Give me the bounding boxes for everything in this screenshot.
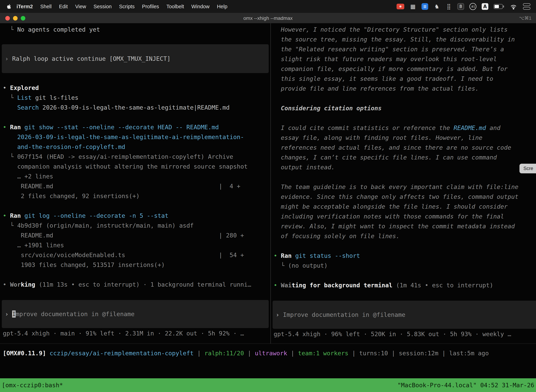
menu-shell[interactable]: Shell bbox=[40, 4, 52, 9]
terminal-line: might be acceptable alongside the file l… bbox=[271, 202, 536, 211]
menu-items: iTerm2ShellEditViewSessionScriptsProfile… bbox=[17, 4, 227, 9]
spacer-line bbox=[0, 112, 270, 122]
prompt-text: Improve documentation in @filename bbox=[283, 311, 405, 318]
terminal-line: I could cite commit statistics or refere… bbox=[271, 123, 536, 133]
prompt-input-right[interactable]: › Improve documentation in @filename bbox=[273, 301, 536, 329]
menu-scripts[interactable]: Scripts bbox=[119, 4, 135, 9]
apple-logo-icon bbox=[6, 3, 12, 10]
spacer-line bbox=[0, 34, 270, 44]
screen-recording-indicator-icon[interactable] bbox=[397, 2, 404, 10]
menu-iterm2[interactable]: iTerm2 bbox=[17, 4, 33, 9]
terminal-panes: └ No agents completed yet › Ralph loop a… bbox=[0, 23, 536, 344]
spacer-line bbox=[271, 172, 536, 182]
menu-session[interactable]: Session bbox=[94, 4, 112, 9]
terminal-line: However, I noticed the "Directory Struct… bbox=[271, 25, 536, 34]
apple-menu-icon[interactable] bbox=[6, 3, 13, 10]
terminal-line: README.md | 4 + bbox=[0, 181, 270, 191]
terminal-line: … +2 lines bbox=[0, 171, 270, 181]
terminal-line: of focusing solely on file lines. bbox=[271, 231, 536, 241]
terminal-line: essay file, along with finding root file… bbox=[271, 133, 536, 143]
spacer-line bbox=[0, 73, 270, 83]
screen-notification[interactable]: Scre bbox=[519, 164, 536, 173]
terminal-line: evidence. Since this change only affects… bbox=[271, 192, 536, 202]
session-status-left: gpt-5.4 xhigh · main · 91% left · 2.31M … bbox=[0, 328, 270, 338]
menu-status-icons: ▦ ≣ ♞ ⣿ 8 .61 A bbox=[397, 2, 530, 10]
gauge-icon[interactable]: .61 bbox=[469, 2, 476, 10]
terminal-line: references need actual files, and since … bbox=[271, 143, 536, 152]
prompt-text: mprove documentation in @filename bbox=[16, 311, 134, 317]
terminal-line: companion file, especially if more comme… bbox=[271, 64, 536, 74]
menu-view[interactable]: View bbox=[75, 4, 86, 9]
app-grid-icon[interactable]: ⣿ bbox=[445, 2, 452, 10]
input-source-letter: A bbox=[482, 3, 488, 10]
keyboard-layer-icon[interactable]: 8 bbox=[457, 2, 464, 10]
terminal-line: └ 067f154 (HEAD -> essay/ai-reimplementa… bbox=[0, 152, 270, 162]
gauge-value: .61 bbox=[469, 3, 476, 10]
terminal-line: README.md | 280 + bbox=[0, 230, 270, 240]
window-manager-icon[interactable]: ▦ bbox=[410, 2, 416, 10]
ran-git-status: • Ran git status --short bbox=[271, 251, 536, 261]
window-title-bar[interactable]: omx --xhigh --madmax ⌥⌘1 bbox=[0, 13, 536, 23]
spacer-line bbox=[271, 113, 536, 123]
zoom-button[interactable] bbox=[21, 16, 25, 21]
terminal-line: the source tree, missing the essay. Stil… bbox=[271, 34, 536, 44]
menu-window[interactable]: Window bbox=[191, 4, 210, 9]
battery-icon[interactable] bbox=[494, 2, 504, 10]
terminal-line: companion analysis without altering the … bbox=[0, 162, 270, 171]
left-pane-output: └ No agents completed yet › Ralph loop a… bbox=[0, 25, 270, 289]
terminal-line: └ No agents completed yet bbox=[0, 25, 270, 34]
wifi-icon[interactable] bbox=[509, 2, 518, 10]
close-button[interactable] bbox=[5, 16, 10, 21]
prompt-input-left[interactable]: › Improve documentation in @filename bbox=[2, 300, 269, 328]
menu-toolbelt[interactable]: Toolbelt bbox=[166, 4, 184, 9]
spacer-line bbox=[0, 201, 270, 211]
terminal-line: … +1901 lines bbox=[0, 240, 270, 250]
reasoning-heading: Considering citation options bbox=[271, 103, 536, 113]
menu-edit[interactable]: Edit bbox=[59, 4, 68, 9]
text-cursor: I bbox=[12, 311, 16, 317]
window-controls bbox=[5, 16, 25, 21]
terminal-line: └ 4b9d30f (origin/main, instructkr/main,… bbox=[0, 221, 270, 230]
ran-git-log: • Ran git log --oneline --decorate -n 5 … bbox=[0, 211, 270, 221]
waiting-status: • Waiting for background terminal (1m 41… bbox=[271, 280, 536, 290]
spacer-line bbox=[271, 93, 536, 103]
blue-app-badge: ≣ bbox=[421, 3, 428, 10]
window-title: omx --xhigh --madmax bbox=[243, 15, 293, 21]
terminal-line: the "Related research writing" section i… bbox=[271, 44, 536, 54]
terminal-line: review. Also, I might want to inspect th… bbox=[271, 221, 536, 231]
right-terminal-pane[interactable]: However, I noticed the "Directory Struct… bbox=[271, 23, 536, 344]
terminal-line: 2 files changed, 92 insertions(+) bbox=[0, 191, 270, 201]
input-source-icon[interactable]: A bbox=[482, 2, 488, 10]
terminal-line: └ List git ls-files bbox=[0, 93, 270, 103]
control-center-icon[interactable] bbox=[523, 2, 530, 10]
ralph-loop-banner-box: › Ralph loop active continue [OMX_TMUX_I… bbox=[2, 44, 269, 73]
session-status-right: gpt-5.4 xhigh · 96% left · 520K in · 5.8… bbox=[271, 329, 536, 339]
terminal-line: └ (no output) bbox=[271, 261, 536, 271]
terminal-line: 2026-03-09-is-legal-the-same-as-legitima… bbox=[0, 132, 270, 142]
terminal-line: changes, I can’t cite specific file line… bbox=[271, 152, 536, 162]
spacer-line bbox=[271, 271, 536, 280]
menu-help[interactable]: Help bbox=[217, 4, 227, 9]
spacer-line bbox=[271, 241, 536, 251]
terminal-line: 1903 files changed, 513517 insertions(+) bbox=[0, 260, 270, 270]
terminal-line: slight risk that future readers may over… bbox=[271, 54, 536, 64]
terminal-line: src/voice/voiceModeEnabled.ts | 54 + bbox=[0, 250, 270, 260]
window-shortcut-badge: ⌥⌘1 bbox=[519, 15, 531, 21]
tmux-host-time: "MacBook-Pro-44.local" 04:52 31-Mar-26 bbox=[397, 382, 534, 389]
explored-header: • Explored bbox=[0, 83, 270, 93]
tmux-session-window[interactable]: [omx-cczip0:bash* bbox=[2, 382, 63, 389]
terminal-line: including verification notes with those … bbox=[271, 211, 536, 221]
working-status: • Working (11m 13s • esc to interrupt) ·… bbox=[0, 280, 270, 289]
right-pane-output: However, I noticed the "Directory Struct… bbox=[271, 25, 536, 290]
menu-profiles[interactable]: Profiles bbox=[142, 4, 159, 9]
tmux-status-bar: [omx-cczip0:bash* "MacBook-Pro-44.local"… bbox=[0, 378, 536, 392]
blue-app-icon[interactable]: ≣ bbox=[421, 2, 428, 10]
chess-knight-icon[interactable]: ♞ bbox=[433, 2, 440, 10]
omx-status-bar: [OMX#0.11.9] cczip/essay/ai-reimplementa… bbox=[0, 344, 536, 358]
left-terminal-pane[interactable]: └ No agents completed yet › Ralph loop a… bbox=[0, 23, 270, 344]
ralph-loop-banner: › Ralph loop active continue [OMX_TMUX_I… bbox=[2, 54, 269, 64]
prompt-chevron: › bbox=[5, 311, 12, 317]
spacer-line bbox=[0, 270, 270, 280]
terminal-line: The team guideline is to back every impo… bbox=[271, 182, 536, 192]
minimize-button[interactable] bbox=[13, 16, 18, 21]
